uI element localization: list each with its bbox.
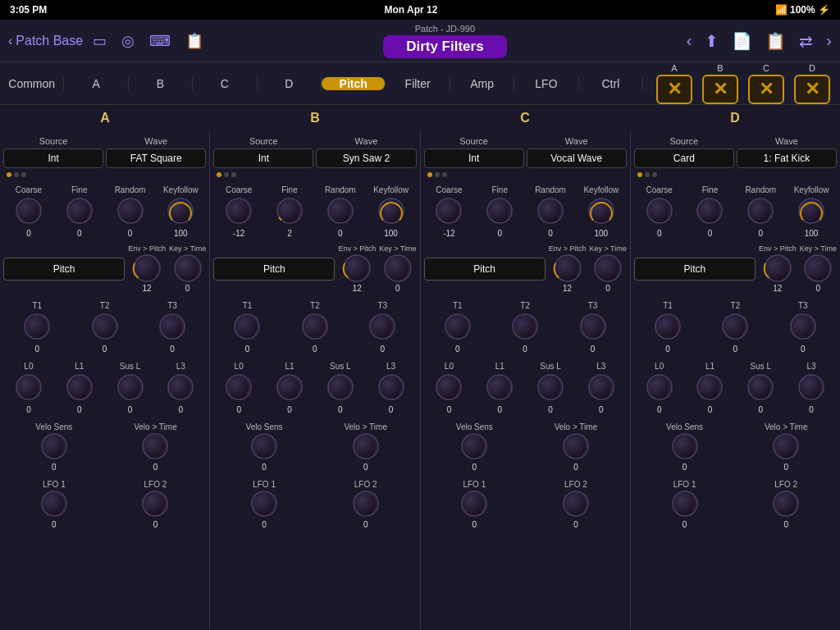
source-value[interactable]: Int <box>424 148 524 168</box>
nav-next-icon[interactable]: › <box>826 31 832 50</box>
env-pitch-value: 12 <box>353 284 362 293</box>
tab-x-button-a[interactable]: ✕ <box>656 75 692 104</box>
knob-t3[interactable] <box>578 312 608 341</box>
knob-keyfollow[interactable] <box>587 196 616 226</box>
knob-t2[interactable] <box>720 312 750 341</box>
knob-value-t2: 0 <box>103 345 107 354</box>
knob-l1[interactable] <box>275 372 304 402</box>
tab-b[interactable]: B <box>129 77 193 90</box>
nav-prev-icon[interactable]: ‹ <box>687 31 692 50</box>
knob-sus-l[interactable] <box>746 372 775 402</box>
knob-t2[interactable] <box>90 312 120 341</box>
knob-l3[interactable] <box>166 372 195 402</box>
wave-value[interactable]: FAT Square <box>106 148 206 168</box>
knob-random[interactable] <box>536 196 565 226</box>
knob-keyfollow[interactable] <box>377 196 406 226</box>
dot-2[interactable] <box>21 172 26 177</box>
dot-1[interactable] <box>14 172 19 177</box>
dot-1[interactable] <box>224 172 229 177</box>
document-icon[interactable]: 📋 <box>185 32 203 50</box>
nav-share-icon[interactable]: ⬆ <box>705 31 719 51</box>
dot-1[interactable] <box>435 172 440 177</box>
pitch-box[interactable]: Pitch <box>3 258 125 281</box>
knob-coarse[interactable] <box>434 196 463 226</box>
tab-x-button-c[interactable]: ✕ <box>748 75 784 104</box>
dot-2[interactable] <box>442 172 447 177</box>
tab-amp[interactable]: Amp <box>450 77 514 90</box>
tab-filter[interactable]: Filter <box>386 77 450 90</box>
knob-fine[interactable] <box>695 196 724 226</box>
knob-t3[interactable] <box>158 312 187 341</box>
nav-copy-icon[interactable]: 📋 <box>765 31 786 51</box>
rect-icon[interactable]: ▭ <box>93 32 107 50</box>
knob-value-fine: 0 <box>708 229 713 238</box>
pitch-box[interactable]: Pitch <box>213 258 335 281</box>
tab-x-button-d[interactable]: ✕ <box>794 75 830 104</box>
dot-0[interactable] <box>637 172 642 177</box>
knob-l1[interactable] <box>695 372 724 402</box>
knob-t1[interactable] <box>232 312 262 341</box>
knob-l0[interactable] <box>434 372 463 402</box>
knob-l1[interactable] <box>485 372 514 402</box>
keyboard-icon[interactable]: ⌨ <box>149 32 171 50</box>
knob-t2[interactable] <box>300 312 330 341</box>
svg-point-35 <box>487 199 512 223</box>
knob-sus-l[interactable] <box>536 372 565 402</box>
knob-value-sus-l: 0 <box>548 405 553 414</box>
wave-value[interactable]: Syn Saw 2 <box>316 148 416 168</box>
knob-t2[interactable] <box>510 312 540 341</box>
tab-d[interactable]: D <box>258 77 322 90</box>
knob-coarse[interactable] <box>14 196 43 226</box>
knob-random[interactable] <box>116 196 145 226</box>
knob-coarse[interactable] <box>645 196 674 226</box>
knob-l0[interactable] <box>14 372 43 402</box>
knob-t1[interactable] <box>22 312 52 341</box>
dot-0[interactable] <box>7 172 11 177</box>
knob-sus-l[interactable] <box>326 372 355 402</box>
knob-coarse[interactable] <box>224 196 253 226</box>
velo-sens-value: 0 <box>472 463 477 472</box>
knob-l3[interactable] <box>377 372 406 402</box>
back-button[interactable]: ‹ Patch Base <box>8 34 83 48</box>
knob-fine[interactable] <box>275 196 304 226</box>
knob-l3[interactable] <box>587 372 616 402</box>
knob-l0[interactable] <box>224 372 253 402</box>
knob-t3[interactable] <box>368 312 397 341</box>
dot-0[interactable] <box>427 172 432 177</box>
nav-swap-icon[interactable]: ⇄ <box>799 31 813 51</box>
patch-name-badge[interactable]: Dirty Filters <box>383 35 506 58</box>
dot-2[interactable] <box>652 172 657 177</box>
circle-icon[interactable]: ◎ <box>121 32 135 50</box>
dot-1[interactable] <box>645 172 650 177</box>
wave-value[interactable]: Vocal Wave <box>527 148 627 168</box>
knob-fine[interactable] <box>65 196 94 226</box>
knob-l0[interactable] <box>645 372 674 402</box>
dot-0[interactable] <box>217 172 221 177</box>
tab-c[interactable]: C <box>193 77 257 90</box>
knob-l1[interactable] <box>65 372 94 402</box>
knob-keyfollow[interactable] <box>797 196 826 226</box>
knob-fine[interactable] <box>485 196 514 226</box>
knob-random[interactable] <box>746 196 775 226</box>
knob-random[interactable] <box>326 196 355 226</box>
knob-t3[interactable] <box>788 312 818 341</box>
tab-pitch[interactable]: Pitch <box>322 77 386 90</box>
dot-2[interactable] <box>231 172 236 177</box>
knob-l3[interactable] <box>797 372 826 402</box>
source-value[interactable]: Int <box>3 148 103 168</box>
tab-lfo[interactable]: LFO <box>514 77 578 90</box>
knob-keyfollow[interactable] <box>166 196 195 226</box>
pitch-box[interactable]: Pitch <box>424 258 546 281</box>
pitch-box[interactable]: Pitch <box>634 258 756 281</box>
tab-x-button-b[interactable]: ✕ <box>702 75 738 104</box>
wave-value[interactable]: 1: Fat Kick <box>737 148 837 168</box>
knob-t1[interactable] <box>653 312 682 341</box>
knob-t1[interactable] <box>443 312 472 341</box>
nav-page-icon[interactable]: 📄 <box>732 31 752 51</box>
source-value[interactable]: Int <box>213 148 313 168</box>
tab-common[interactable]: Common <box>0 77 64 90</box>
source-value[interactable]: Card <box>634 148 734 168</box>
knob-sus-l[interactable] <box>116 372 145 402</box>
tab-a[interactable]: A <box>64 77 128 90</box>
tab-ctrl[interactable]: Ctrl <box>579 77 643 90</box>
